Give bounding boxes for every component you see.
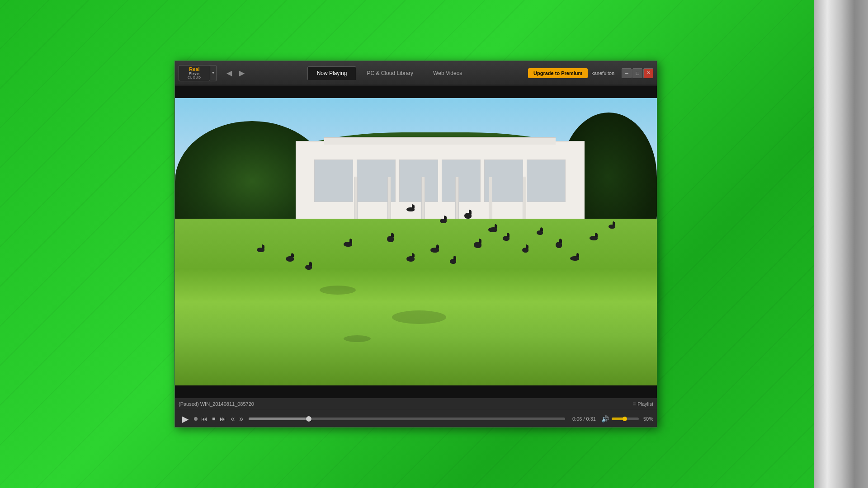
- logo-cloud: CLOUD: [188, 76, 201, 80]
- skip-back-icon: ⏮: [201, 415, 208, 422]
- forward-button[interactable]: ▶: [236, 68, 247, 79]
- top-black-bar: [175, 85, 657, 98]
- fast-forward-icon: »: [239, 415, 243, 423]
- skip-back-button[interactable]: ⏮: [200, 414, 208, 423]
- skip-forward-button[interactable]: ⏭: [219, 414, 227, 423]
- logo-area: Real Player CLOUD ▼: [179, 65, 217, 81]
- volume-icon[interactable]: 🔊: [601, 415, 609, 422]
- goose: [556, 242, 562, 248]
- controls-bar: ▶ ⏮ ■ ⏭ « » 0:06 / 0:31 🔊: [175, 410, 657, 427]
- close-button[interactable]: ✕: [643, 68, 653, 78]
- goose: [537, 230, 543, 235]
- goose: [609, 225, 615, 229]
- stop-icon: ■: [212, 416, 215, 422]
- tab-web-videos[interactable]: Web Videos: [424, 66, 472, 80]
- tab-now-playing[interactable]: Now Playing: [307, 66, 357, 80]
- nav-buttons: ◀ ▶: [224, 68, 247, 79]
- goose: [344, 242, 352, 247]
- goose: [387, 236, 394, 242]
- back-button[interactable]: ◀: [224, 68, 235, 79]
- chevron-down-icon: ▼: [212, 71, 215, 75]
- upgrade-button[interactable]: Upgrade to Premium: [528, 68, 588, 78]
- title-bar: Real Player CLOUD ▼ ◀ ▶ Now Playing PC &…: [175, 61, 657, 85]
- dot-indicator: [194, 417, 198, 421]
- building: [296, 141, 585, 227]
- volume-thumb: [623, 417, 627, 421]
- rewind-icon: «: [231, 415, 235, 423]
- goose: [406, 207, 415, 212]
- playlist-button[interactable]: ≡ Playlist: [632, 401, 653, 407]
- goose: [464, 213, 472, 219]
- stop-button[interactable]: ■: [211, 415, 216, 423]
- logo-player: Player: [188, 72, 201, 76]
- status-bar: (Paused) WIN_20140811_085720 ≡ Playlist: [175, 398, 657, 410]
- playlist-label: Playlist: [637, 401, 653, 407]
- ground-patch: [320, 286, 356, 295]
- minimize-button[interactable]: ─: [622, 68, 632, 78]
- seek-bar[interactable]: [249, 418, 565, 420]
- volume-percentage: 50%: [643, 416, 653, 422]
- bg-stripe: [814, 0, 868, 488]
- goose: [570, 256, 579, 261]
- maximize-button[interactable]: □: [632, 68, 642, 78]
- goose: [440, 219, 447, 223]
- scene-container: [175, 98, 657, 385]
- goose: [474, 242, 482, 248]
- logo-dropdown[interactable]: ▼: [210, 65, 217, 81]
- skip-forward-icon: ⏭: [220, 415, 226, 422]
- rewind-button[interactable]: «: [230, 414, 236, 424]
- goose: [305, 265, 312, 270]
- status-text: (Paused) WIN_20140811_085720: [179, 401, 632, 407]
- volume-bar[interactable]: [612, 418, 639, 420]
- seek-thumb: [306, 416, 311, 422]
- video-area[interactable]: [175, 98, 657, 385]
- playlist-icon: ≡: [632, 401, 636, 407]
- seek-progress: [249, 418, 309, 420]
- tab-pc-cloud-library[interactable]: PC & Cloud Library: [357, 66, 423, 80]
- bottom-black-bar: [175, 385, 657, 398]
- goose: [450, 259, 456, 263]
- goose: [522, 248, 528, 253]
- grass: [175, 219, 657, 385]
- volume-progress: [612, 418, 625, 420]
- goose: [257, 248, 264, 252]
- logo-button[interactable]: Real Player CLOUD: [179, 65, 210, 81]
- player-window: Real Player CLOUD ▼ ◀ ▶ Now Playing PC &…: [175, 61, 657, 427]
- window-controls: ─ □ ✕: [622, 68, 653, 78]
- time-display: 0:06 / 0:31: [572, 416, 596, 422]
- goose: [430, 248, 439, 253]
- goose: [590, 236, 598, 240]
- goose: [406, 256, 415, 262]
- right-controls: Upgrade to Premium kanefulton ─ □ ✕: [528, 68, 653, 78]
- goose: [503, 236, 509, 240]
- play-button[interactable]: ▶: [179, 413, 191, 425]
- goose: [488, 227, 497, 232]
- username-label: kanefulton: [591, 70, 614, 76]
- tabs-area: Now Playing PC & Cloud Library Web Video…: [251, 66, 528, 80]
- fast-forward-button[interactable]: »: [238, 414, 244, 424]
- goose: [286, 256, 294, 262]
